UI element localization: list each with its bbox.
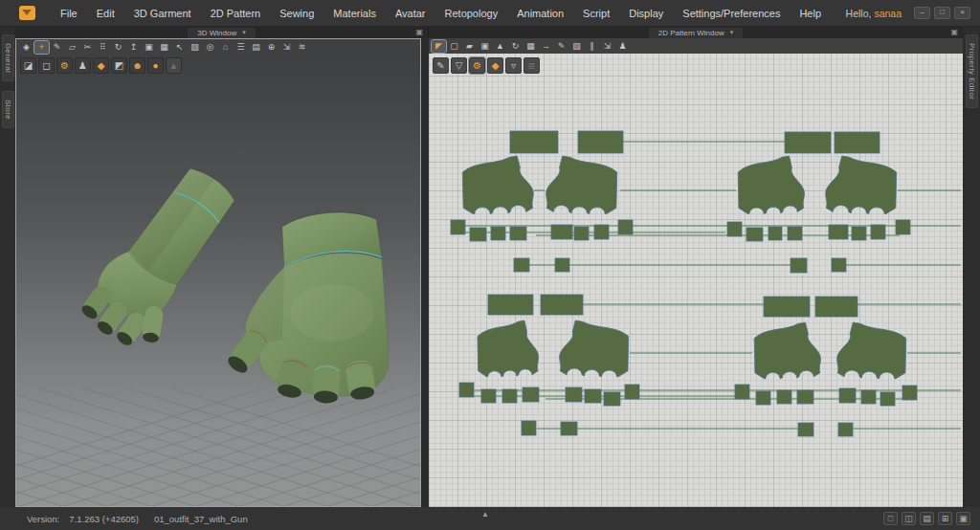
- layout-single-button[interactable]: □: [883, 512, 898, 525]
- pattern-piece-cuff[interactable]: [764, 297, 810, 317]
- shirt-tiny-icon[interactable]: ▿: [505, 57, 522, 74]
- pattern-piece-finger[interactable]: [459, 383, 474, 397]
- pattern-piece-finger[interactable]: [839, 388, 856, 403]
- hatch-tool-icon[interactable]: ▧: [569, 40, 584, 53]
- menu-script[interactable]: Script: [573, 0, 619, 27]
- pattern-piece-cuff[interactable]: [510, 131, 558, 153]
- layout-full-button[interactable]: ▣: [956, 512, 970, 525]
- menu-file[interactable]: File: [51, 0, 87, 27]
- tab-3d-window[interactable]: 3D Window ▾ ▣: [15, 27, 429, 38]
- pattern-piece-palm[interactable]: [462, 156, 533, 214]
- measure-tool-icon[interactable]: ⇲: [600, 40, 614, 53]
- close-button[interactable]: ×: [954, 7, 970, 19]
- panels-icon[interactable]: ▤: [249, 41, 263, 54]
- pattern-piece-finger[interactable]: [481, 389, 496, 403]
- pattern-piece-finger[interactable]: [768, 227, 782, 240]
- pattern-piece-finger[interactable]: [829, 225, 848, 239]
- pen-tool-icon[interactable]: ✎: [50, 41, 64, 54]
- garment-tool-icon[interactable]: ♟: [615, 40, 630, 53]
- detach-2d-window-icon[interactable]: ▣: [950, 28, 958, 36]
- pattern-piece-tab[interactable]: [522, 421, 536, 435]
- pattern-piece-finger[interactable]: [896, 220, 910, 234]
- pattern-piece-cuff[interactable]: [785, 132, 831, 153]
- pattern-piece-finger[interactable]: [861, 390, 876, 404]
- pattern-piece-finger[interactable]: [566, 387, 582, 402]
- pattern-piece-palm[interactable]: [478, 320, 539, 377]
- pattern-piece-tab[interactable]: [514, 258, 529, 272]
- pattern-piece-tab[interactable]: [832, 258, 846, 272]
- menu-2d-pattern[interactable]: 2D Pattern: [201, 0, 271, 27]
- sidebar-tab-general[interactable]: General: [2, 34, 14, 81]
- pattern-piece-cuff[interactable]: [488, 295, 533, 315]
- tab-2d-pattern-window[interactable]: 2D Pattern Window ▾ ▣: [429, 27, 963, 38]
- pattern-piece-finger[interactable]: [880, 392, 895, 406]
- pattern-piece-finger[interactable]: [797, 390, 813, 404]
- select-cursor-icon[interactable]: ↖: [172, 41, 187, 54]
- pattern-piece-finger[interactable]: [470, 228, 486, 241]
- pattern-piece-finger[interactable]: [746, 228, 763, 241]
- dart-tool-icon[interactable]: ▲: [493, 40, 507, 53]
- crosshair-icon[interactable]: ⊕: [264, 41, 278, 54]
- pattern-piece-finger[interactable]: [604, 392, 620, 406]
- pattern-piece-finger[interactable]: [777, 390, 791, 404]
- flatten-icon[interactable]: ≋: [295, 41, 309, 54]
- 2d-pattern-canvas[interactable]: [429, 54, 963, 507]
- glove-3d-left[interactable]: [74, 158, 256, 364]
- pattern-piece-finger[interactable]: [594, 225, 609, 239]
- layers-icon[interactable]: ☰: [234, 41, 248, 54]
- pattern-piece-tab[interactable]: [791, 258, 807, 273]
- avatar-icon[interactable]: ♟: [75, 57, 91, 74]
- select-move-icon[interactable]: +: [34, 41, 49, 54]
- texture-icon[interactable]: ▨: [188, 41, 202, 54]
- pattern-piece-finger[interactable]: [902, 386, 917, 400]
- pattern-piece-finger[interactable]: [618, 220, 633, 234]
- target-icon[interactable]: ◎: [203, 41, 217, 54]
- fold-arrange-icon[interactable]: ◩: [111, 57, 127, 74]
- stack-disabled-icon[interactable]: ≣: [523, 57, 540, 74]
- shirt-small-icon[interactable]: ▽: [451, 57, 467, 74]
- pattern-piece-palm[interactable]: [560, 320, 629, 377]
- menu-avatar[interactable]: Avatar: [386, 0, 435, 27]
- mesh-grid-icon[interactable]: ▦: [157, 41, 171, 54]
- pattern-piece-finger[interactable]: [491, 227, 505, 240]
- layout-rows-button[interactable]: ▤: [920, 512, 934, 525]
- shirt-icon[interactable]: ◻: [38, 57, 55, 74]
- sidebar-tab-property-editor[interactable]: Property Editor: [966, 34, 978, 108]
- layout-quad-button[interactable]: ⊞: [938, 512, 952, 525]
- menu-animation[interactable]: Animation: [507, 0, 573, 27]
- fabric-icon[interactable]: ◆: [487, 57, 503, 74]
- pattern-piece-finger[interactable]: [451, 220, 465, 234]
- pattern-piece-tab[interactable]: [555, 258, 569, 272]
- pattern-piece-finger[interactable]: [788, 227, 802, 240]
- grid-tool-icon[interactable]: ▦: [523, 40, 538, 53]
- pattern-piece-cuff[interactable]: [541, 295, 583, 315]
- gear-icon[interactable]: ⚙: [469, 57, 485, 74]
- pattern-piece-cuff[interactable]: [578, 131, 623, 153]
- menu-3d-garment[interactable]: 3D Garment: [124, 0, 201, 27]
- edit-pattern-icon[interactable]: ▱: [65, 41, 79, 54]
- menu-help[interactable]: Help: [790, 0, 831, 27]
- window-box-icon[interactable]: ▣: [142, 41, 156, 54]
- layout-split-button[interactable]: ◫: [902, 512, 916, 525]
- pattern-piece-palm[interactable]: [754, 322, 820, 379]
- glove-3d-right[interactable]: [225, 212, 390, 404]
- scale-icon[interactable]: ⇲: [279, 41, 294, 54]
- pattern-piece-finger[interactable]: [510, 227, 526, 240]
- pattern-piece-finger[interactable]: [735, 385, 749, 399]
- pattern-piece-finger[interactable]: [585, 389, 601, 403]
- menu-sewing[interactable]: Sewing: [270, 0, 323, 27]
- pattern-piece-finger[interactable]: [502, 389, 517, 403]
- sidebar-tab-store[interactable]: Store: [2, 91, 14, 128]
- restore-button[interactable]: □: [934, 7, 950, 19]
- edit-points-icon[interactable]: ▢: [447, 40, 461, 53]
- steam-icon[interactable]: ⌂: [218, 41, 233, 54]
- simulate-icon[interactable]: ◈: [19, 41, 33, 54]
- pattern-piece-tab[interactable]: [798, 423, 813, 436]
- needle-icon[interactable]: ✎: [433, 57, 449, 74]
- seam-arrow-icon[interactable]: →: [539, 40, 553, 53]
- gear-garment-icon[interactable]: ⚙: [56, 57, 73, 74]
- avatar-head-icon[interactable]: ☻: [129, 57, 145, 74]
- pattern-piece-finger[interactable]: [756, 391, 770, 405]
- pleats-tool-icon[interactable]: ∥: [585, 40, 599, 53]
- transform-pattern-icon[interactable]: ◤: [432, 40, 446, 53]
